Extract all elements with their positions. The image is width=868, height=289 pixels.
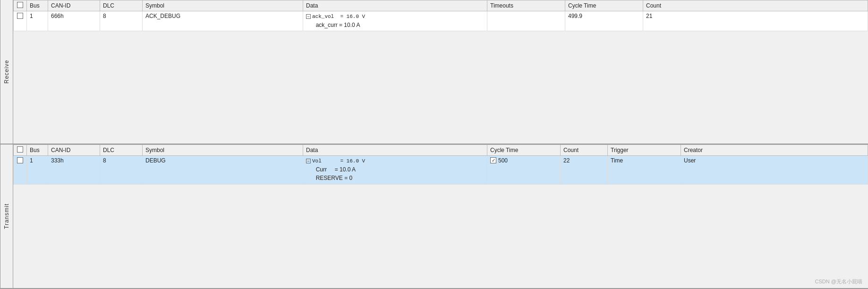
receive-row[interactable]: 1666h8ACK_DEBUG−ack_vol = 16.0 V ack_cur…: [14, 11, 868, 31]
receive-row-dlc: 8: [100, 11, 143, 31]
receive-col-dlc: DLC: [100, 0, 143, 11]
transmit-panel: Transmit Bus C: [0, 144, 868, 289]
transmit-table: Bus CAN-ID DLC Symbol Data Cycle Time Co…: [13, 144, 868, 185]
receive-label: Receive: [0, 0, 13, 144]
transmit-row[interactable]: 1333h8DEBUG−Vol = 16.0 V Curr = 10.0 A R…: [14, 156, 868, 185]
receive-col-timeouts: Timeouts: [487, 0, 565, 11]
transmit-header-checkbox[interactable]: [17, 146, 23, 153]
receive-col-canid: CAN-ID: [48, 0, 100, 11]
receive-col-symbol: Symbol: [143, 0, 303, 11]
transmit-row-creator: User: [681, 156, 868, 185]
transmit-row-cycletime-value: 500: [498, 157, 508, 164]
transmit-row-count: 22: [561, 156, 608, 185]
transmit-col-symbol: Symbol: [143, 145, 303, 156]
expand-icon[interactable]: −: [306, 14, 311, 19]
receive-row-check: [14, 11, 27, 31]
receive-col-count: Count: [643, 0, 868, 11]
transmit-col-trigger: Trigger: [608, 145, 681, 156]
receive-row-count: 21: [643, 11, 868, 31]
receive-col-bus: Bus: [27, 0, 48, 11]
transmit-col-cycletime: Cycle Time: [487, 145, 561, 156]
receive-header-row: Bus CAN-ID DLC Symbol Data Timeouts Cycl…: [14, 0, 868, 11]
receive-row-data: −ack_vol = 16.0 V ack_curr = 10.0 A: [303, 11, 487, 31]
receive-col-data: Data: [303, 0, 487, 11]
receive-row-checkbox[interactable]: [17, 13, 23, 19]
receive-col-cycletime: Cycle Time: [565, 0, 643, 11]
transmit-row-data: −Vol = 16.0 V Curr = 10.0 A RESERVE = 0: [303, 156, 487, 185]
transmit-row-trigger: Time: [608, 156, 681, 185]
transmit-row-check: [14, 156, 27, 185]
receive-row-timeouts: [487, 11, 565, 31]
transmit-col-canid: CAN-ID: [48, 145, 100, 156]
watermark: CSDN @无名小屁喵: [815, 278, 862, 285]
receive-table-container: Bus CAN-ID DLC Symbol Data Timeouts Cycl…: [13, 0, 868, 144]
receive-row-bus: 1: [27, 11, 48, 31]
transmit-row-canid: 333h: [48, 156, 100, 185]
transmit-row-cycletime-checkbox[interactable]: [490, 157, 496, 163]
transmit-row-dlc: 8: [100, 156, 143, 185]
receive-row-canid: 666h: [48, 11, 100, 31]
transmit-header-row: Bus CAN-ID DLC Symbol Data Cycle Time Co…: [14, 145, 868, 156]
receive-row-cycletime: 499.9: [565, 11, 643, 31]
receive-row-symbol: ACK_DEBUG: [143, 11, 303, 31]
transmit-col-data: Data: [303, 145, 487, 156]
transmit-col-check: [14, 145, 27, 156]
transmit-row-bus: 1: [27, 156, 48, 185]
receive-panel: Receive Bus CAN-ID: [0, 0, 868, 144]
transmit-col-dlc: DLC: [100, 145, 143, 156]
receive-col-check: [14, 0, 27, 11]
transmit-label: Transmit: [0, 144, 13, 288]
transmit-col-bus: Bus: [27, 145, 48, 156]
transmit-row-cycletime: 500: [487, 156, 561, 185]
receive-header-checkbox[interactable]: [17, 2, 23, 8]
transmit-col-count: Count: [561, 145, 608, 156]
expand-icon[interactable]: −: [306, 159, 311, 163]
receive-table: Bus CAN-ID DLC Symbol Data Timeouts Cycl…: [13, 0, 868, 31]
transmit-table-container: Bus CAN-ID DLC Symbol Data Cycle Time Co…: [13, 144, 868, 288]
transmit-row-checkbox[interactable]: [17, 157, 23, 163]
transmit-row-symbol: DEBUG: [143, 156, 303, 185]
transmit-col-creator: Creator: [681, 145, 868, 156]
